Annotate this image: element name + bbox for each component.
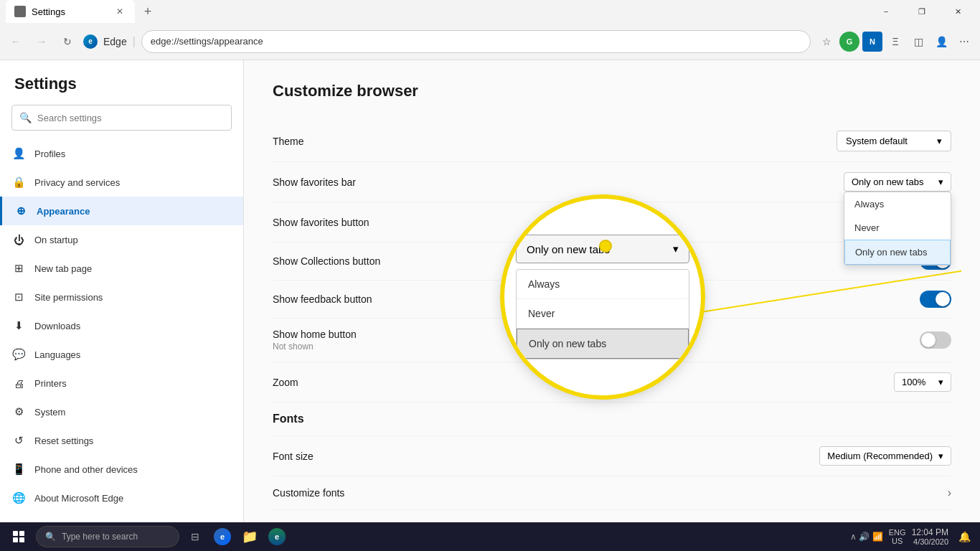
favorites-bar-always[interactable]: Always <box>844 192 951 216</box>
favorites-bar-menu: Always Never Only on new tabs <box>844 192 951 265</box>
feedback-toggle[interactable] <box>920 291 951 308</box>
windows-icon <box>13 531 24 542</box>
favorites-bar-only-new-tabs[interactable]: Only on new tabs <box>844 240 951 265</box>
collections-icon[interactable]: N <box>862 32 882 52</box>
language-indicator: ENG US <box>889 528 906 545</box>
fonts-section-label: Fonts <box>273 413 304 425</box>
title-bar: Settings ✕ + − ❐ ✕ <box>0 0 980 23</box>
font-size-value: Medium (Recommended) <box>827 451 933 461</box>
sidebar-item-phone[interactable]: 📱 Phone and other devices <box>0 455 243 484</box>
sidebar-item-appearance[interactable]: ⊕ Appearance <box>0 197 243 225</box>
taskbar-task-view[interactable]: ⊟ <box>184 525 207 548</box>
profiles-icon: 👤 <box>11 146 26 161</box>
window-controls: − ❐ ✕ <box>870 0 974 23</box>
forward-button[interactable]: → <box>32 32 52 52</box>
back-button[interactable]: ← <box>6 32 26 52</box>
about-icon: 🌐 <box>11 491 26 505</box>
sidebar-item-profiles[interactable]: 👤 Profiles <box>0 139 243 168</box>
sidebar-item-languages[interactable]: 💬 Languages <box>0 340 243 369</box>
collections-btn-label: Show Collections button <box>273 255 380 267</box>
start-button[interactable] <box>6 524 32 550</box>
url-bar[interactable]: edge://settings/appearance <box>141 30 811 53</box>
sidebar-item-newtab[interactable]: ⊞ New tab page <box>0 254 243 283</box>
theme-row: Theme System default ▾ <box>273 121 951 162</box>
zoom-label: Zoom <box>273 377 298 388</box>
url-separator: | <box>133 35 136 48</box>
taskbar-edge2-icon[interactable]: e <box>265 525 288 548</box>
search-icon: 🔍 <box>19 112 32 123</box>
url-text: edge://settings/appearance <box>151 36 263 47</box>
downloads-label: Downloads <box>34 321 80 331</box>
taskbar-folder-icon[interactable]: 📁 <box>238 525 261 548</box>
theme-chevron: ▾ <box>937 136 942 146</box>
taskbar-search[interactable]: 🔍 Type here to search <box>36 526 179 547</box>
appearance-icon: ⊕ <box>14 204 28 218</box>
privacy-label: Privacy and services <box>34 177 120 188</box>
refresh-button[interactable]: ↻ <box>57 32 77 52</box>
page-title: Customize browser <box>273 82 951 100</box>
customize-fonts-arrow: › <box>948 486 951 499</box>
magnifier-overlay: Only on new tabs ▾ Always Never Only on … <box>502 197 703 397</box>
font-size-dropdown[interactable]: Medium (Recommended) ▾ <box>819 446 951 466</box>
favorites-bar-row: Show favorites bar Only on new tabs ▾ Al… <box>273 162 951 202</box>
reading-icon[interactable]: Ξ <box>885 32 905 52</box>
sidebar-item-reset[interactable]: ↺ Reset settings <box>0 426 243 455</box>
customize-fonts-row[interactable]: Customize fonts › <box>273 476 951 510</box>
permissions-icon: ⊡ <box>11 290 26 304</box>
settings-tab[interactable]: Settings ✕ <box>6 0 135 23</box>
extensions-icon[interactable]: G <box>839 32 859 52</box>
favorites-icon[interactable]: ☆ <box>816 32 837 52</box>
zoom-dropdown[interactable]: 100% ▾ <box>894 372 951 392</box>
search-input[interactable] <box>37 113 224 123</box>
sidebar-item-permissions[interactable]: ⊡ Site permissions <box>0 283 243 311</box>
settings-title: Settings <box>0 67 243 105</box>
mag-dropdown-chevron: ▾ <box>673 242 679 255</box>
wallet-icon[interactable]: ◫ <box>908 32 928 52</box>
reset-icon: ↺ <box>11 433 26 448</box>
phone-icon: 📱 <box>11 462 26 476</box>
restore-button[interactable]: ❐ <box>905 0 938 23</box>
new-tab-button[interactable]: + <box>138 1 158 22</box>
sidebar-item-privacy[interactable]: 🔒 Privacy and services <box>0 168 243 197</box>
downloads-icon: ⬇ <box>11 319 26 333</box>
sidebar-item-system[interactable]: ⚙ System <box>0 397 243 426</box>
mag-item-always[interactable]: Always <box>517 270 689 299</box>
mag-item-never[interactable]: Never <box>517 299 689 329</box>
permissions-label: Site permissions <box>34 292 103 303</box>
main-layout: Settings 🔍 👤 Profiles 🔒 Privacy and serv… <box>0 60 980 522</box>
sidebar-item-printers[interactable]: 🖨 Printers <box>0 369 243 397</box>
sidebar: Settings 🔍 👤 Profiles 🔒 Privacy and serv… <box>0 60 244 522</box>
home-btn-toggle[interactable] <box>920 331 951 349</box>
yellow-dot <box>599 240 612 253</box>
sidebar-item-startup[interactable]: ⏻ On startup <box>0 225 243 254</box>
theme-dropdown[interactable]: System default ▾ <box>837 131 951 151</box>
font-size-chevron: ▾ <box>938 451 943 461</box>
edge-logo-icon: e <box>83 34 98 49</box>
settings-more-icon[interactable]: ⋯ <box>954 32 974 52</box>
appearance-label: Appearance <box>37 206 90 217</box>
favorites-bar-never[interactable]: Never <box>844 216 951 240</box>
tray-icons: ∧ 🔊 📶 <box>850 532 883 542</box>
tab-close-button[interactable]: ✕ <box>113 5 126 18</box>
profiles-label: Profiles <box>34 149 65 159</box>
sidebar-item-downloads[interactable]: ⬇ Downloads <box>0 311 243 340</box>
favorites-bar-dropdown[interactable]: Only on new tabs ▾ <box>844 172 951 192</box>
notification-icon[interactable]: 🔔 <box>954 527 974 547</box>
address-bar: ← → ↻ e Edge | edge://settings/appearanc… <box>0 23 980 60</box>
favorites-bar-label: Show favorites bar <box>273 176 356 188</box>
taskbar-search-placeholder: Type here to search <box>62 532 138 542</box>
home-btn-sublabel: Not shown <box>273 342 357 352</box>
zoom-value: 100% <box>902 377 925 387</box>
mag-item-only-new-tabs[interactable]: Only on new tabs <box>517 329 689 359</box>
profile-icon[interactable]: 👤 <box>931 32 951 52</box>
newtab-icon: ⊞ <box>11 261 26 276</box>
sidebar-item-about[interactable]: 🌐 About Microsoft Edge <box>0 484 243 512</box>
search-box[interactable]: 🔍 <box>11 105 232 131</box>
minimize-button[interactable]: − <box>870 0 903 23</box>
close-button[interactable]: ✕ <box>941 0 974 23</box>
taskbar-edge-icon[interactable]: e <box>211 525 234 548</box>
feedback-btn-label: Show feedback button <box>273 293 372 305</box>
font-size-row: Font size Medium (Recommended) ▾ <box>273 436 951 476</box>
font-size-label: Font size <box>273 451 314 462</box>
settings-tab-icon <box>14 6 26 17</box>
